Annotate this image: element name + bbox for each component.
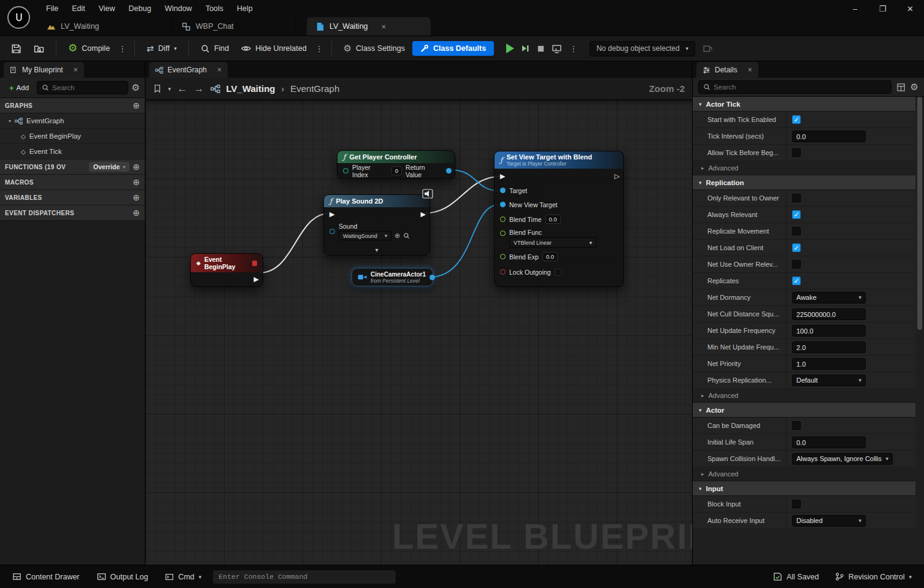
node-cine-camera-actor[interactable]: CineCameraActor1 from Persistent Level	[352, 268, 433, 286]
settings-gear-icon[interactable]: ⚙	[132, 82, 140, 93]
debug-filter-icon[interactable]	[703, 44, 713, 54]
breadcrumb-current[interactable]: EventGraph	[290, 83, 339, 94]
forward-arrow-icon[interactable]: →	[194, 83, 204, 95]
bookmark-icon[interactable]	[153, 84, 162, 93]
asset-tab-wbp-chat[interactable]: WBP_Chat	[173, 17, 296, 36]
pin-lock-outgoing[interactable]	[500, 269, 506, 275]
checkbox-replicates[interactable]: ✓	[792, 277, 801, 285]
node-get-player-controller[interactable]: ƒ Get Player Controller Player Index 0 R…	[337, 150, 455, 179]
override-dropdown[interactable]: Override ▾	[89, 162, 129, 172]
display-options-icon[interactable]	[896, 83, 906, 92]
add-button[interactable]: + Add	[5, 82, 33, 94]
find-button[interactable]: Find	[196, 41, 234, 56]
console-command-input[interactable]	[212, 570, 396, 584]
field-net-priority[interactable]: 1.0	[792, 358, 866, 370]
play-icon[interactable]	[506, 44, 514, 53]
details-scrollbar[interactable]	[917, 97, 922, 330]
pin-camera-out[interactable]	[429, 275, 435, 280]
field-net-update-frequency[interactable]: 100.0	[792, 325, 866, 337]
eventgraph-tab[interactable]: EventGraph ×	[149, 62, 228, 78]
browse-button[interactable]	[29, 40, 49, 57]
debug-object-dropdown[interactable]: No debug object selected ▾	[590, 41, 695, 56]
menu-debug[interactable]: Debug	[122, 2, 158, 15]
expand-icon[interactable]: ▾	[9, 118, 11, 124]
all-saved-button[interactable]: All Saved	[767, 568, 825, 585]
close-tab-icon[interactable]: ×	[382, 22, 387, 31]
output-log-button[interactable]: Output Log	[91, 568, 155, 585]
pin-exec-in[interactable]: ▶	[500, 173, 505, 180]
add-graph-icon[interactable]: ⊕	[133, 101, 140, 110]
variables-section-header[interactable]: VARIABLES ⊕	[0, 190, 145, 205]
details-search-input[interactable]	[714, 83, 887, 91]
pin-exec-out[interactable]: ▶	[254, 276, 259, 283]
checkbox-replicate-movement[interactable]	[792, 227, 801, 235]
pin-sound[interactable]	[329, 229, 335, 234]
details-tab[interactable]: Details ×	[696, 62, 758, 78]
asset-tab-lv-waiting-level[interactable]: LV_Waiting	[38, 17, 173, 36]
lock-outgoing-checkbox[interactable]	[555, 269, 562, 276]
class-defaults-button[interactable]: Class Defaults	[412, 41, 494, 56]
pin-blend-time[interactable]	[500, 216, 506, 222]
macros-section-header[interactable]: MACROS ⊕	[0, 175, 145, 190]
advanced-expander[interactable]: ▸Advanced	[693, 467, 915, 481]
search-input[interactable]	[52, 84, 123, 91]
checkbox-net-load-on-client[interactable]: ✓	[792, 243, 801, 252]
close-tab-icon[interactable]: ×	[217, 66, 221, 74]
expand-advanced-icon[interactable]: ▾	[324, 246, 429, 255]
browse-asset-icon[interactable]	[403, 232, 410, 239]
menu-file[interactable]: File	[39, 2, 65, 15]
close-button[interactable]: ✕	[896, 0, 924, 17]
dropdown-auto-receive-input[interactable]: Disabled▾	[792, 515, 866, 527]
pin-exec-out[interactable]: ▶	[421, 211, 426, 218]
my-blueprint-tab[interactable]: My Blueprint ×	[4, 62, 84, 78]
menu-tools[interactable]: Tools	[199, 2, 230, 15]
play-options-icon[interactable]: ⋮	[568, 42, 579, 56]
dropdown-spawn-collision-handl[interactable]: Always Spawn, Ignore Collis▾	[792, 453, 893, 465]
checkbox-start-with-tick-enabled[interactable]: ✓	[792, 115, 801, 124]
close-panel-icon[interactable]: ×	[74, 66, 78, 74]
node-set-view-target-with-blend[interactable]: ƒ Set View Target with Blend Target is P…	[494, 151, 624, 287]
dropdown-physics-replication[interactable]: Default▾	[792, 375, 866, 386]
checkbox-always-relevant[interactable]: ✓	[792, 210, 801, 219]
details-search[interactable]	[698, 80, 891, 94]
dropdown-net-dormancy[interactable]: Awake▾	[792, 292, 866, 304]
details-section-input[interactable]: ▾Input	[693, 481, 915, 496]
frame-skip-icon[interactable]	[520, 44, 530, 53]
cmd-dropdown[interactable]: Cmd ▾	[159, 569, 207, 585]
details-settings-icon[interactable]: ⚙	[911, 82, 918, 93]
blend-exp-input[interactable]: 0.0	[542, 252, 558, 261]
hide-unrelated-button[interactable]: Hide Unrelated	[236, 40, 311, 56]
menu-view[interactable]: View	[92, 2, 122, 15]
breadcrumb-root[interactable]: LV_Waiting	[226, 83, 275, 94]
compile-button[interactable]: ⚙ Compile	[63, 40, 115, 56]
save-button[interactable]	[6, 40, 26, 57]
graph-canvas[interactable]: LEVEL BLUEPRINT ƒ Get Player Controller	[145, 100, 692, 565]
pin-blend-func[interactable]	[500, 231, 506, 236]
blend-time-input[interactable]: 0.0	[545, 215, 561, 224]
add-macro-icon[interactable]: ⊕	[133, 177, 140, 187]
node-event-beginplay[interactable]: ◆ Event BeginPlay ▶	[190, 253, 263, 287]
details-section-replication[interactable]: ▾Replication	[693, 175, 915, 190]
sidebar-item-event-tick[interactable]: ◇ Event Tick	[0, 144, 145, 159]
blend-func-dropdown[interactable]: VTBlend Linear ▾	[509, 237, 596, 248]
launch-icon[interactable]	[552, 44, 562, 54]
sidebar-item-eventgraph[interactable]: ▾ EventGraph	[0, 113, 145, 129]
back-arrow-icon[interactable]: ←	[177, 83, 188, 95]
menu-window[interactable]: Window	[158, 2, 198, 15]
details-section-actor-tick[interactable]: ▾Actor Tick	[693, 97, 915, 112]
add-variable-icon[interactable]: ⊕	[133, 193, 140, 202]
graphs-section-header[interactable]: GRAPHS ⊕	[0, 98, 145, 113]
content-drawer-button[interactable]: Content Drawer	[6, 568, 86, 585]
bookmark-chevron-icon[interactable]: ▾	[168, 86, 171, 92]
revision-control-button[interactable]: Revision Control ▾	[829, 568, 918, 585]
add-dispatcher-icon[interactable]: ⊕	[133, 208, 140, 218]
pin-exec-out[interactable]: ▷	[615, 173, 620, 180]
details-section-actor[interactable]: ▾Actor	[693, 403, 915, 418]
minimize-button[interactable]: –	[841, 0, 869, 17]
maximize-button[interactable]: ❐	[869, 0, 896, 17]
player-index-input[interactable]: 0	[391, 166, 402, 175]
stop-icon[interactable]	[536, 44, 545, 53]
pin-new-view-target[interactable]	[500, 202, 506, 207]
event-dispatchers-section-header[interactable]: EVENT DISPATCHERS ⊕	[0, 205, 145, 221]
node-play-sound-2d[interactable]: ƒ Play Sound 2D ▶ ▶ Sound Wait	[323, 194, 430, 256]
